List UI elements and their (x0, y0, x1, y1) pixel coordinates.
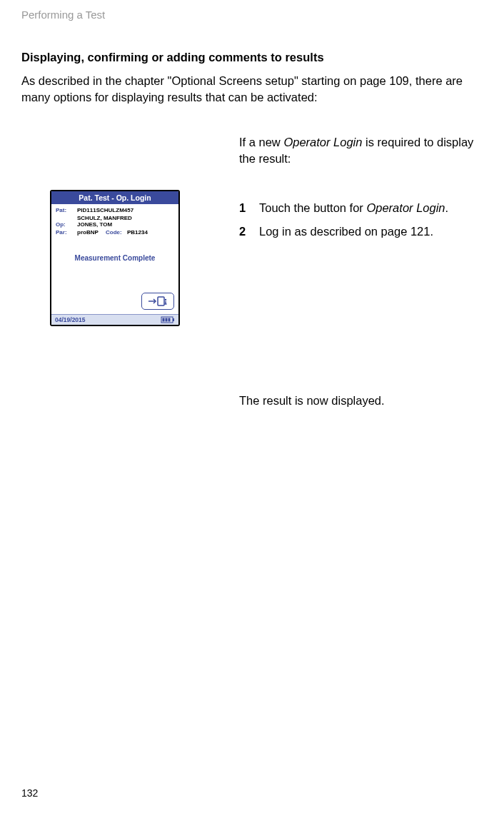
section-header: Performing a Test (21, 9, 483, 21)
op-row: Op: JONES, TOM (56, 221, 174, 229)
battery-icon (161, 316, 175, 323)
step-2-before: Log in as described on page 121. (259, 225, 433, 238)
svg-rect-7 (163, 318, 165, 322)
device-body: Pat: PID111SCHULZM457 SCHULZ, MANFRED Op… (51, 204, 178, 314)
step-1-after: . (445, 201, 449, 214)
device-footer: 04/19/2015 (51, 314, 178, 325)
pat-value: PID111SCHULZM457 (77, 207, 133, 215)
step-1-text: Touch the button for Operator Login. (259, 200, 448, 217)
page-number: 132 (21, 787, 38, 799)
device-column: Pat. Test - Op. Login Pat: PID111SCHULZM… (21, 134, 189, 326)
svg-rect-8 (166, 318, 168, 322)
code-label: Code: (106, 229, 127, 237)
par-label: Par: (56, 229, 77, 237)
device-title-bar: Pat. Test - Op. Login (51, 191, 178, 204)
step-1-before: Touch the button for (259, 201, 366, 214)
device-date: 04/19/2015 (55, 316, 86, 323)
instructions-column: If a new Operator Login is required to d… (239, 134, 483, 408)
step-1: 1 Touch the button for Operator Login. (239, 200, 483, 217)
op-value: JONES, TOM (77, 221, 112, 229)
par-row: Par: proBNP Code: PB1234 (56, 229, 174, 237)
step-2-text: Log in as described on page 121. (259, 223, 433, 241)
pat-label: Pat: (56, 207, 77, 215)
pat-row: Pat: PID111SCHULZM457 (56, 207, 174, 215)
pdt-italic: Operator Login (283, 136, 362, 148)
steps-list: 1 Touch the button for Operator Login. 2… (239, 200, 483, 241)
pdt-before: If a new (239, 136, 283, 148)
op-label: Op: (56, 221, 77, 229)
step-1-italic: Operator Login (366, 201, 445, 214)
step-1-num: 1 (239, 200, 249, 217)
svg-rect-1 (158, 297, 164, 305)
pat-name: SCHULZ, MANFRED (56, 215, 174, 221)
step-2: 2 Log in as described on page 121. (239, 223, 483, 241)
device-screen: Pat. Test - Op. Login Pat: PID111SCHULZM… (50, 190, 180, 326)
svg-point-2 (165, 299, 166, 301)
svg-rect-9 (168, 318, 171, 322)
post-text: The result is now displayed. (239, 394, 483, 408)
par-value: proBNP (77, 229, 106, 237)
content-area: Pat. Test - Op. Login Pat: PID111SCHULZM… (21, 134, 483, 408)
page-title: Displaying, confirming or adding comment… (21, 51, 483, 64)
code-value: PB1234 (127, 229, 148, 237)
intro-text: As described in the chapter "Optional Sc… (21, 73, 483, 106)
step-2-num: 2 (239, 223, 249, 241)
operator-login-button[interactable] (141, 293, 174, 310)
login-icon (147, 296, 168, 307)
pre-device-text: If a new Operator Login is required to d… (239, 134, 483, 167)
svg-rect-6 (173, 318, 174, 321)
measurement-message: Measurement Complete (56, 254, 174, 262)
